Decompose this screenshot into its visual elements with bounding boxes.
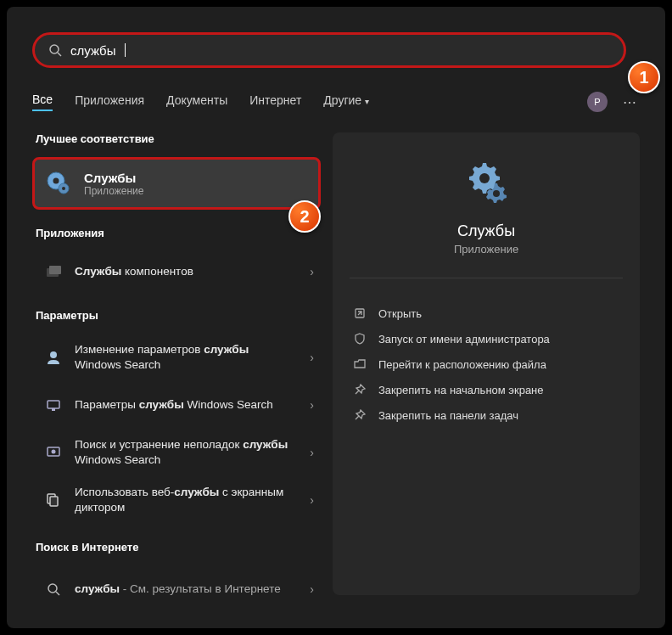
tab-internet[interactable]: Интернет bbox=[249, 93, 301, 110]
tab-more[interactable]: Другие▾ bbox=[323, 93, 369, 110]
troubleshoot-icon bbox=[44, 443, 63, 462]
narrator-icon bbox=[44, 491, 63, 509]
action-label: Запуск от имени администратора bbox=[378, 333, 550, 346]
result-text: Параметры службы Windows Search bbox=[75, 397, 298, 413]
action-open-file-location[interactable]: Перейти к расположению файла bbox=[350, 351, 623, 377]
svg-point-0 bbox=[50, 45, 59, 53]
filter-tabs: Все Приложения Документы Интернет Другие… bbox=[32, 92, 640, 112]
folder-icon bbox=[353, 357, 367, 371]
svg-point-15 bbox=[48, 584, 57, 593]
chevron-right-icon: › bbox=[310, 398, 314, 412]
pin-icon bbox=[353, 408, 367, 422]
svg-line-16 bbox=[56, 592, 59, 595]
action-run-as-admin[interactable]: Запуск от имени администратора bbox=[350, 326, 623, 351]
svg-rect-10 bbox=[52, 408, 55, 411]
chevron-right-icon: › bbox=[310, 582, 314, 596]
result-search-service-params-change[interactable]: Изменение параметров службы Windows Sear… bbox=[32, 334, 321, 381]
action-label: Открыть bbox=[378, 307, 422, 320]
search-icon bbox=[44, 580, 63, 598]
preview-app-icon bbox=[463, 158, 509, 204]
result-text: Использовать веб-службы с экранным дикто… bbox=[75, 485, 298, 515]
chevron-right-icon: › bbox=[310, 493, 314, 507]
action-open[interactable]: Открыть bbox=[350, 301, 623, 326]
shield-icon bbox=[353, 332, 367, 346]
svg-point-18 bbox=[493, 190, 500, 197]
svg-rect-14 bbox=[50, 497, 58, 506]
callout-badge-2: 2 bbox=[288, 200, 321, 233]
component-services-icon bbox=[44, 262, 63, 281]
pin-icon bbox=[353, 383, 367, 396]
result-text: Изменение параметров службы Windows Sear… bbox=[75, 342, 298, 373]
chevron-right-icon: › bbox=[310, 446, 314, 459]
best-match-subtitle: Приложение bbox=[84, 185, 143, 197]
results-column: Лучшее соответствие Службы Приложение Пр… bbox=[32, 132, 321, 613]
result-search-service-params[interactable]: Параметры службы Windows Search › bbox=[32, 381, 321, 429]
start-menu-panel: службы Все Приложения Документы Интернет… bbox=[7, 7, 665, 628]
chevron-right-icon: › bbox=[310, 351, 314, 364]
settings-icon bbox=[44, 348, 63, 367]
section-web: Поиск в Интернете bbox=[36, 541, 321, 554]
svg-point-17 bbox=[479, 173, 490, 183]
preview-subtitle: Приложение bbox=[350, 243, 623, 278]
best-match-item[interactable]: Службы Приложение bbox=[32, 157, 321, 210]
preview-title: Службы bbox=[350, 222, 623, 240]
tab-apps[interactable]: Приложения bbox=[75, 93, 144, 110]
section-settings: Параметры bbox=[36, 309, 321, 322]
result-web-search[interactable]: службы - См. результаты в Интернете › bbox=[32, 565, 321, 613]
settings-icon bbox=[44, 396, 63, 414]
preview-panel: Службы Приложение Открыть Запуск от имен… bbox=[333, 132, 640, 595]
tab-documents[interactable]: Документы bbox=[166, 93, 227, 110]
search-icon bbox=[48, 43, 62, 57]
callout-badge-1: 1 bbox=[628, 61, 660, 93]
action-pin-start[interactable]: Закрепить на начальном экране bbox=[350, 377, 623, 402]
svg-rect-9 bbox=[48, 401, 59, 408]
result-search-troubleshoot[interactable]: Поиск и устранение неполадок службы Wind… bbox=[32, 429, 321, 476]
result-component-services[interactable]: Службы компонентов › bbox=[32, 251, 321, 292]
search-text: службы bbox=[70, 43, 116, 58]
action-label: Закрепить на начальном экране bbox=[378, 384, 544, 396]
search-bar[interactable]: службы bbox=[32, 32, 626, 68]
best-match-title: Службы bbox=[84, 171, 143, 185]
svg-point-3 bbox=[53, 178, 59, 184]
action-label: Закрепить на панели задач bbox=[378, 409, 518, 422]
section-apps: Приложения bbox=[36, 227, 321, 239]
services-gear-icon bbox=[45, 170, 72, 197]
user-avatar[interactable]: P bbox=[587, 92, 608, 112]
action-pin-taskbar[interactable]: Закрепить на панели задач bbox=[350, 402, 623, 428]
tab-all[interactable]: Все bbox=[32, 93, 53, 111]
svg-point-12 bbox=[52, 450, 56, 454]
svg-point-8 bbox=[50, 351, 57, 358]
result-narrator-web-services[interactable]: Использовать веб-службы с экранным дикто… bbox=[32, 476, 321, 524]
svg-rect-7 bbox=[49, 266, 61, 274]
result-text: службы - См. результаты в Интернете bbox=[75, 582, 298, 597]
action-label: Перейти к расположению файла bbox=[378, 358, 546, 371]
svg-point-5 bbox=[62, 187, 65, 190]
section-best-match: Лучшее соответствие bbox=[36, 132, 321, 145]
chevron-right-icon: › bbox=[310, 265, 314, 278]
result-text: Поиск и устранение неполадок службы Wind… bbox=[75, 437, 298, 468]
chevron-down-icon: ▾ bbox=[365, 97, 369, 106]
result-text: Службы компонентов bbox=[75, 264, 298, 279]
svg-line-1 bbox=[58, 53, 61, 56]
more-button[interactable]: ⋯ bbox=[619, 92, 640, 112]
text-cursor bbox=[125, 43, 126, 57]
open-icon bbox=[353, 306, 367, 320]
